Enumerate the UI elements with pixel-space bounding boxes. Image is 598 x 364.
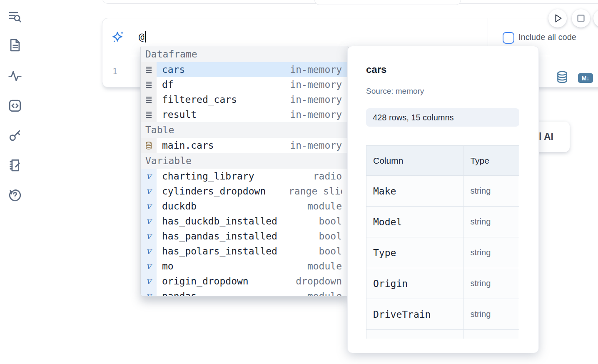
completion-item-filtered-cars[interactable]: filtered_carsin-memory bbox=[141, 92, 348, 107]
activity-icon[interactable] bbox=[8, 69, 22, 83]
document-icon[interactable] bbox=[8, 38, 22, 52]
dataframe-icon bbox=[141, 62, 157, 77]
table-row: Make string bbox=[366, 176, 519, 207]
table-row: DriveTrain string bbox=[366, 299, 519, 330]
scratchpad-icon[interactable] bbox=[8, 158, 22, 172]
include-all-code-checkbox[interactable] bbox=[503, 32, 514, 44]
preview-title: cars bbox=[366, 64, 386, 75]
variable-icon: v bbox=[141, 229, 157, 244]
variable-icon: v bbox=[141, 199, 157, 214]
completion-item-has-polars-installed[interactable]: v has_polars_installedbool bbox=[141, 244, 348, 259]
ai-sparkle-icon bbox=[112, 30, 125, 44]
previous-cell-toolbar-fragment bbox=[314, 0, 461, 5]
stop-icon bbox=[578, 15, 584, 22]
variable-icon: v bbox=[141, 259, 157, 274]
variable-icon: v bbox=[141, 214, 157, 229]
table-database-icon bbox=[141, 138, 157, 153]
table-row-clipped bbox=[366, 330, 519, 339]
key-icon[interactable] bbox=[8, 128, 22, 142]
completion-item-mo[interactable]: v momodule bbox=[141, 259, 348, 274]
play-icon bbox=[556, 15, 561, 22]
completion-item-main-cars[interactable]: main.carsin-memory bbox=[141, 138, 348, 153]
marimo-notebook: @ Include all code 1 M↓ Dataframe bbox=[0, 0, 598, 364]
completion-item-df[interactable]: dfin-memory bbox=[141, 77, 348, 92]
dataframe-icon bbox=[141, 92, 157, 107]
dataframe-preview-panel: cars Source: memory 428 rows, 15 columns… bbox=[347, 46, 539, 353]
variable-icon: v bbox=[141, 169, 157, 184]
list-search-icon[interactable] bbox=[8, 10, 22, 24]
variable-icon: v bbox=[141, 184, 157, 199]
preview-source: Source: memory bbox=[366, 87, 424, 96]
schema-header-column: Column bbox=[366, 146, 463, 176]
completion-item-cylinders-dropdown[interactable]: v cylinders_dropdownrange_slider bbox=[141, 184, 348, 199]
run-cell-button[interactable] bbox=[548, 9, 567, 27]
prompt-text: @ bbox=[139, 31, 145, 42]
dataframe-icon bbox=[141, 107, 157, 122]
markdown-convert-icon[interactable]: M↓ bbox=[578, 73, 593, 83]
preview-shape-badge: 428 rows, 15 columns bbox=[366, 108, 519, 127]
schema-header-type: Type bbox=[463, 146, 519, 176]
section-header-table: Table bbox=[141, 122, 348, 138]
editor-line-number: 1 bbox=[112, 56, 117, 87]
autocomplete-dropdown: Dataframe carsin-memory dfin-memory filt… bbox=[140, 46, 349, 297]
help-icon[interactable] bbox=[8, 188, 22, 202]
completion-item-result[interactable]: resultin-memory bbox=[141, 107, 348, 122]
schema-table-wrap: Column Type Make string Model string Typ… bbox=[366, 145, 520, 339]
variable-icon: v bbox=[141, 274, 157, 289]
stop-button[interactable] bbox=[572, 9, 590, 27]
table-row: Model string bbox=[366, 207, 519, 237]
table-row: Type string bbox=[366, 237, 519, 268]
section-header-variable: Variable bbox=[141, 153, 348, 169]
code-cell-icon[interactable] bbox=[8, 99, 22, 113]
completion-item-has-pandas-installed[interactable]: v has_pandas_installedbool bbox=[141, 229, 348, 244]
variable-icon: v bbox=[141, 244, 157, 259]
completion-item-origin-dropdown[interactable]: v origin_dropdowndropdown bbox=[141, 274, 348, 289]
completion-item-clipped[interactable]: v pandasmodule bbox=[141, 289, 348, 297]
variable-icon: v bbox=[141, 289, 157, 297]
table-row: Origin string bbox=[366, 268, 519, 299]
completion-item-charting-library[interactable]: v charting_libraryradio bbox=[141, 169, 348, 184]
schema-table: Column Type Make string Model string Typ… bbox=[366, 145, 519, 339]
dataframe-icon bbox=[141, 77, 157, 92]
completion-item-duckdb[interactable]: v duckdbmodule bbox=[141, 199, 348, 214]
completion-item-cars[interactable]: carsin-memory bbox=[141, 62, 348, 77]
text-caret bbox=[145, 31, 146, 42]
section-header-dataframe: Dataframe bbox=[141, 46, 348, 62]
datasource-icon[interactable] bbox=[556, 71, 568, 83]
completion-item-has-duckdb-installed[interactable]: v has_duckdb_installedbool bbox=[141, 214, 348, 229]
